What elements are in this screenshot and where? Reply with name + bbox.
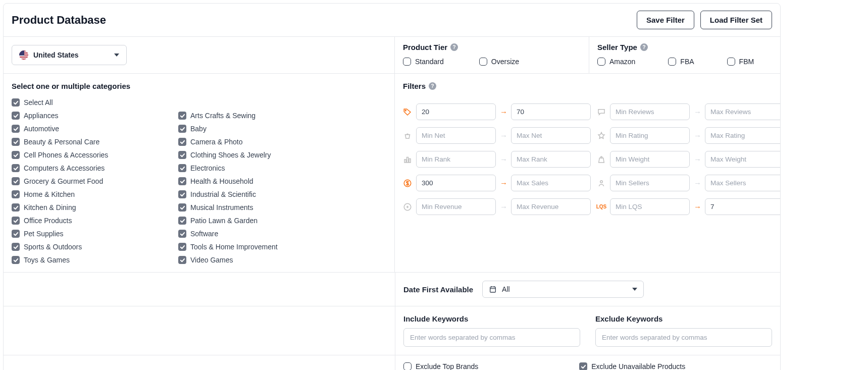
category-checkbox[interactable]: Clothing Shoes & Jewelry [178,151,330,159]
checkbox-checked-icon [12,177,20,185]
checkbox-checked-icon [178,230,186,238]
category-checkbox[interactable]: Baby [178,125,330,133]
category-label: Grocery & Gourmet Food [24,177,103,185]
category-label: Tools & Home Improvement [190,243,278,251]
price-max-input[interactable] [511,103,591,120]
load-filter-set-button[interactable]: Load Filter Set [700,11,772,29]
checkbox-checked-icon [12,243,20,251]
checkbox-empty-icon [479,58,487,66]
checkbox-checked-icon [12,125,20,133]
revenue-min-input[interactable] [416,198,496,215]
category-checkbox[interactable]: Camera & Photo [178,138,330,146]
checkbox-checked-icon [12,256,20,264]
category-checkbox[interactable]: Electronics [178,164,330,172]
sellers-max-input[interactable] [705,175,781,191]
rank-min-input[interactable] [416,151,496,168]
checkbox-empty-icon [668,58,676,66]
help-icon[interactable]: ? [429,82,436,90]
category-checkbox[interactable]: Beauty & Personal Care [12,138,163,146]
category-label: Computers & Accessories [24,164,105,172]
checkbox-checked-icon [12,190,20,198]
lqs-min-input[interactable] [610,198,690,215]
save-filter-button[interactable]: Save Filter [637,11,694,29]
page-title: Product Database [12,14,106,27]
categories-section: Select one or multiple categories Select… [4,74,395,272]
category-checkbox[interactable]: Video Games [178,256,330,264]
category-label: Health & Household [190,177,253,185]
svg-point-6 [600,180,603,183]
dfa-label: Date First Available [403,285,473,294]
seller-fba-checkbox[interactable]: FBA [668,58,694,66]
marketplace-dropdown[interactable]: United States [12,45,127,65]
svg-point-4 [601,156,602,158]
category-checkbox[interactable]: Toys & Games [12,256,163,264]
category-checkbox[interactable]: Cell Phones & Accessories [12,151,163,159]
exclude-keywords-input[interactable] [595,328,772,347]
chevron-down-icon [114,54,119,57]
help-icon[interactable]: ? [640,43,648,51]
lqs-max-input[interactable] [705,198,781,215]
category-checkbox[interactable]: Automotive [12,125,163,133]
category-checkbox[interactable]: Musical Instruments [178,203,330,212]
tier-oversize-checkbox[interactable]: Oversize [479,58,519,66]
top-settings-row: United States Product Tier ? Standard Ov… [4,37,780,73]
help-icon[interactable]: ? [450,43,458,51]
exclude-top-brands-checkbox[interactable]: Exclude Top Brands [403,362,478,370]
sellers-min-input[interactable] [610,175,690,191]
arrow-right-icon: → [694,179,701,187]
net-icon [403,131,412,140]
arrow-right-icon: → [694,202,701,211]
category-checkbox[interactable]: Sports & Outdoors [12,243,163,251]
revenue-max-input[interactable] [511,198,591,215]
select-all-checkbox[interactable]: Select All [12,98,386,107]
marketplace-cell: United States [4,37,395,73]
category-label: Pet Supplies [24,230,64,238]
reviews-min-input[interactable] [610,103,690,120]
category-label: Clothing Shoes & Jewelry [190,151,271,159]
rank-max-input[interactable] [511,151,591,168]
category-checkbox[interactable]: Computers & Accessories [12,164,163,172]
category-checkbox[interactable]: Arts Crafts & Sewing [178,112,330,120]
exclude-unavailable-checkbox[interactable]: Exclude Unavailable Products [579,362,685,370]
category-checkbox[interactable]: Home & Kitchen [12,190,163,198]
category-checkbox[interactable]: Kitchen & Dining [12,203,163,212]
tier-standard-checkbox[interactable]: Standard [403,58,444,66]
checkbox-checked-icon [12,217,20,225]
weight-min-input[interactable] [610,151,690,168]
category-checkbox[interactable]: Pet Supplies [12,230,163,238]
dfa-value: All [502,285,510,293]
lqs-icon: LQS [597,202,606,212]
reviews-max-input[interactable] [705,103,781,120]
rating-max-input[interactable] [705,127,781,144]
include-keywords-input[interactable] [403,328,580,347]
sales-max-input[interactable] [511,175,591,191]
seller-amazon-checkbox[interactable]: Amazon [597,58,635,66]
arrow-right-icon: → [694,131,701,140]
sales-min-input[interactable] [416,175,496,191]
dfa-dropdown[interactable]: All [482,281,644,298]
net-max-input[interactable] [511,127,591,144]
category-checkbox[interactable]: Patio Lawn & Garden [178,217,330,225]
category-label: Toys & Games [24,256,70,264]
exclude-keywords-label: Exclude Keywords [595,314,772,323]
price-min-input[interactable] [416,103,496,120]
category-checkbox[interactable]: Health & Household [178,177,330,185]
category-checkbox[interactable]: Tools & Home Improvement [178,243,330,251]
arrow-right-icon: → [500,131,507,140]
category-checkbox[interactable]: Office Products [12,217,163,225]
category-checkbox[interactable]: Industrial & Scientific [178,190,330,198]
seller-fbm-checkbox[interactable]: FBM [727,58,754,66]
include-keywords-label: Include Keywords [403,314,580,323]
checkbox-checked-icon [12,151,20,159]
weight-max-input[interactable] [705,151,781,168]
category-checkbox[interactable]: Software [178,230,330,238]
checkbox-checked-icon [12,164,20,172]
checkbox-checked-icon [178,164,186,172]
checkbox-checked-icon [178,190,186,198]
category-checkbox[interactable]: Grocery & Gourmet Food [12,177,163,185]
net-min-input[interactable] [416,127,496,144]
rating-min-input[interactable] [610,127,690,144]
checkbox-empty-icon [597,58,605,66]
arrow-right-icon: → [694,108,701,116]
category-checkbox[interactable]: Appliances [12,112,163,120]
